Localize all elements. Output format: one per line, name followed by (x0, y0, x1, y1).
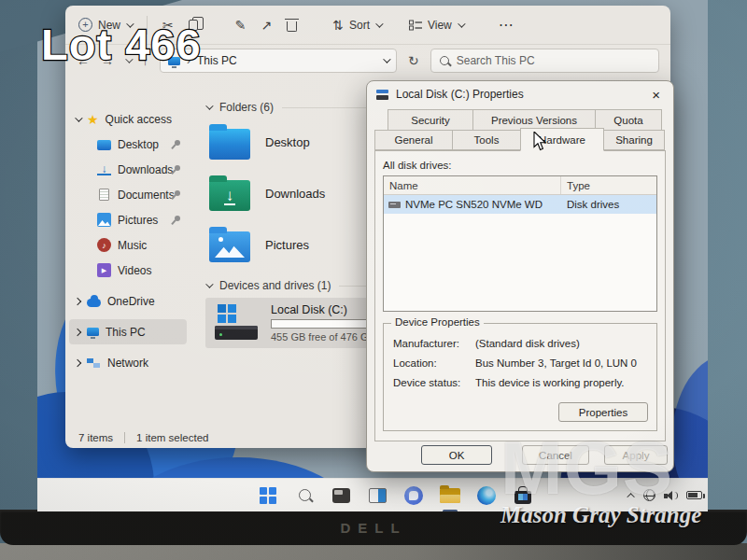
search-icon (299, 489, 311, 501)
tab-previous-versions[interactable]: Previous Versions (472, 109, 596, 130)
this-pc-icon (87, 328, 99, 336)
sidebar-item-label: Quick access (106, 113, 172, 126)
sidebar-item-network[interactable]: Network (65, 350, 190, 375)
column-header-type[interactable]: Type (561, 176, 656, 194)
dialog-tabs: Security Previous Versions Quota General… (374, 109, 666, 152)
sidebar-item-label: Videos (118, 264, 151, 277)
view-button[interactable]: View (409, 19, 463, 32)
chevron-down-icon (375, 20, 383, 27)
sort-button-label: Sort (349, 19, 370, 32)
sound-wave-icon (672, 492, 678, 499)
chevron-down-icon (205, 280, 213, 287)
address-dropdown-icon[interactable] (383, 55, 390, 63)
edge-button[interactable] (474, 483, 499, 508)
manufacturer-value: (Standard disk drives) (475, 338, 580, 349)
refresh-icon[interactable]: ↻ (408, 53, 419, 68)
search-input[interactable]: Search This PC (430, 49, 659, 73)
sidebar-item-downloads[interactable]: ↓ Downloads (65, 157, 190, 182)
battery-icon[interactable] (686, 491, 702, 499)
start-button[interactable] (256, 483, 280, 508)
sidebar-item-onedrive[interactable]: OneDrive (65, 288, 190, 314)
dialog-buttons: OK Cancel Apply (367, 445, 673, 465)
split-pane-icon (369, 488, 387, 503)
sidebar-item-label: Pictures (118, 214, 158, 227)
onedrive-icon (87, 299, 101, 307)
sort-button[interactable]: ⇅ Sort (332, 18, 381, 33)
dialog-title: Local Disk (C:) Properties (396, 88, 524, 101)
sidebar-item-label: Documents (118, 189, 175, 202)
cancel-button[interactable]: Cancel (522, 445, 589, 465)
tab-quota[interactable]: Quota (595, 109, 662, 130)
desktop-folder-icon (209, 129, 250, 160)
chat-button[interactable] (402, 483, 426, 508)
pin-icon (172, 165, 181, 175)
pictures-icon (97, 213, 111, 227)
properties-button[interactable]: Properties (558, 402, 648, 422)
sidebar-item-desktop[interactable]: Desktop (65, 132, 190, 157)
device-properties-group: Device Properties Manufacturer: (Standar… (383, 323, 657, 431)
sort-arrows-icon: ⇅ (332, 18, 344, 33)
devices-header-label: Devices and drives (1) (219, 279, 331, 292)
rename-icon[interactable]: ✎ (235, 18, 247, 33)
drive-row-icon (388, 202, 401, 208)
download-arrow-icon: ↓ (209, 180, 250, 211)
tab-security[interactable]: Security (388, 109, 473, 130)
network-globe-icon[interactable] (643, 489, 655, 501)
dell-logo: DELL (340, 520, 406, 536)
delete-icon[interactable] (287, 21, 297, 32)
sidebar-item-quick-access[interactable]: ★ Quick access (65, 106, 190, 132)
laptop-screen: + New ✂ ✎ ↗ ⇅ Sort (37, 0, 708, 511)
share-icon[interactable]: ↗ (261, 18, 272, 33)
dialog-title-bar[interactable]: Local Disk (C:) Properties × (367, 81, 673, 107)
drive-list-row[interactable]: NVMe PC SN520 NVMe WD Disk drives (384, 195, 656, 214)
sidebar-item-label: Music (118, 239, 147, 252)
taskbar (37, 478, 708, 511)
task-view-button[interactable] (329, 483, 353, 508)
pin-icon (172, 216, 181, 225)
speaker-icon[interactable] (664, 490, 678, 501)
store-bag-icon (514, 491, 531, 504)
close-icon[interactable]: × (648, 87, 664, 103)
sidebar-item-label: Desktop (118, 138, 159, 151)
sidebar-item-music[interactable]: ♪ Music (65, 232, 190, 258)
desktop-icon (97, 140, 111, 150)
more-options-icon[interactable]: ⋯ (499, 16, 514, 34)
tab-sharing[interactable]: Sharing (603, 130, 665, 150)
file-explorer-button[interactable] (438, 483, 462, 508)
items-count: 7 items (78, 432, 113, 443)
downloads-folder-icon: ↓ (209, 180, 250, 211)
taskbar-search-button[interactable] (292, 483, 317, 508)
system-tray (629, 489, 702, 501)
edge-icon (477, 486, 496, 505)
column-header-name[interactable]: Name (384, 176, 561, 194)
sidebar-item-videos[interactable]: ▶ Videos (65, 258, 190, 283)
tab-tools[interactable]: Tools (452, 130, 521, 150)
pin-icon (172, 190, 181, 200)
tray-overflow-icon[interactable] (627, 493, 634, 500)
widgets-button[interactable] (365, 483, 389, 508)
store-button[interactable] (511, 483, 535, 508)
chat-bubble-icon (404, 486, 423, 505)
hardware-tab-page: All disk drives: Name Type NVMe PC SN520… (374, 150, 666, 441)
sidebar-item-documents[interactable]: Documents (65, 182, 190, 207)
sidebar-item-this-pc[interactable]: This PC (69, 319, 187, 344)
ssd-drive-icon (215, 326, 258, 340)
laptop-bezel: DELL (0, 510, 747, 545)
sidebar-item-label: This PC (106, 326, 146, 339)
folder-tile-label: Downloads (265, 187, 325, 201)
tab-general[interactable]: General (374, 130, 453, 150)
sidebar-item-pictures[interactable]: Pictures (65, 207, 190, 232)
folder-icon (440, 488, 460, 503)
photo-of-laptop: + New ✂ ✎ ↗ ⇅ Sort (0, 0, 747, 560)
apply-button: Apply (604, 445, 668, 465)
downloads-icon: ↓ (97, 163, 111, 175)
device-status-value: This device is working properly. (475, 377, 625, 388)
device-status-label: Device status: (393, 377, 475, 388)
chevron-down-icon (458, 20, 465, 27)
videos-icon: ▶ (97, 263, 111, 277)
location-value: Bus Number 3, Target Id 0, LUN 0 (475, 357, 637, 369)
all-disk-drives-label: All disk drives: (383, 160, 657, 171)
drive-row-type: Disk drives (561, 199, 656, 210)
lot-watermark: Lot 466 (41, 19, 202, 70)
ok-button[interactable]: OK (421, 445, 492, 465)
